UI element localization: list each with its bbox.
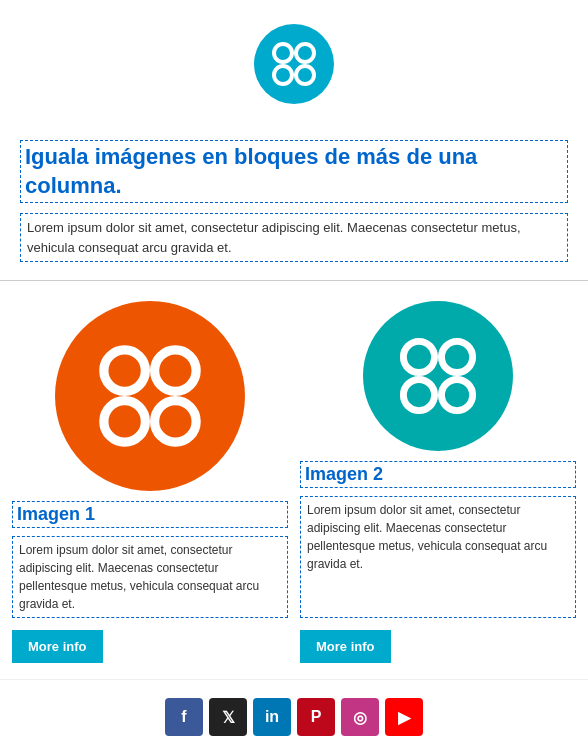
- two-col-section: Imagen 1 Lorem ipsum dolor sit amet, con…: [0, 281, 588, 679]
- svg-point-7: [155, 401, 197, 443]
- intro-body: Lorem ipsum dolor sit amet, consectetur …: [20, 213, 568, 262]
- intro-section: Iguala imágenes en bloques de más de una…: [0, 124, 588, 281]
- svg-point-1: [296, 44, 314, 62]
- instagram-icon[interactable]: ◎: [341, 698, 379, 736]
- pinterest-icon[interactable]: P: [297, 698, 335, 736]
- svg-point-3: [296, 66, 314, 84]
- col2-more-info-button[interactable]: More info: [300, 630, 391, 663]
- col2-title: Imagen 2: [300, 461, 576, 488]
- linkedin-icon[interactable]: in: [253, 698, 291, 736]
- svg-point-5: [155, 350, 197, 392]
- col1-body: Lorem ipsum dolor sit amet, consectetur …: [12, 536, 288, 618]
- col2-logo-circle: [363, 301, 513, 451]
- svg-point-10: [403, 380, 434, 411]
- svg-point-8: [403, 342, 434, 373]
- svg-point-2: [274, 66, 292, 84]
- col2-body: Lorem ipsum dolor sit amet, consectetur …: [300, 496, 576, 618]
- intro-title: Iguala imágenes en bloques de más de una…: [20, 140, 568, 203]
- col1-title: Imagen 1: [12, 501, 288, 528]
- twitter-icon[interactable]: 𝕏: [209, 698, 247, 736]
- svg-point-0: [274, 44, 292, 62]
- email-container: Iguala imágenes en bloques de más de una…: [0, 0, 588, 746]
- social-icons-row: f 𝕏 in P ◎ ▶: [0, 698, 588, 736]
- svg-point-9: [441, 342, 472, 373]
- svg-point-6: [104, 401, 146, 443]
- footer-section: f 𝕏 in P ◎ ▶: [0, 679, 588, 746]
- column-2: Imagen 2 Lorem ipsum dolor sit amet, con…: [300, 301, 576, 663]
- youtube-icon[interactable]: ▶: [385, 698, 423, 736]
- col1-logo-circle: [55, 301, 245, 491]
- svg-point-11: [441, 380, 472, 411]
- facebook-icon[interactable]: f: [165, 698, 203, 736]
- column-1: Imagen 1 Lorem ipsum dolor sit amet, con…: [12, 301, 288, 663]
- header-logo: [254, 24, 334, 104]
- header-section: [0, 0, 588, 124]
- col2-image: [300, 301, 576, 451]
- svg-point-4: [104, 350, 146, 392]
- col1-more-info-button[interactable]: More info: [12, 630, 103, 663]
- col1-image: [12, 301, 288, 491]
